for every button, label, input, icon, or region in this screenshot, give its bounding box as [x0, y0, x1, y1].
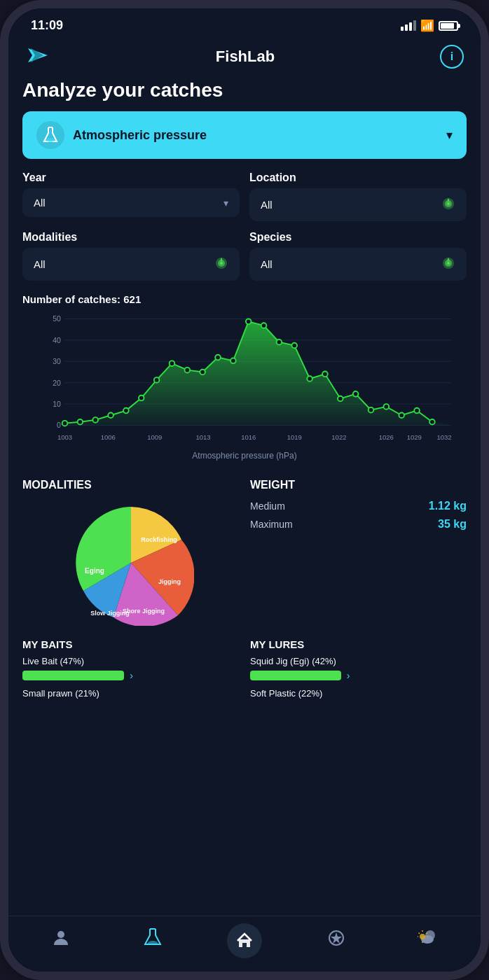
svg-text:30: 30 [53, 358, 61, 365]
signal-icon [401, 20, 416, 31]
svg-text:1032: 1032 [436, 433, 451, 441]
baits-title: MY BAITS [22, 638, 239, 650]
svg-point-38 [261, 323, 267, 328]
lure-bar-row-1: › [250, 670, 467, 681]
species-filter-icon [441, 256, 455, 272]
dropdown-left: Atmospheric pressure [36, 121, 207, 149]
status-icons: 📶 [401, 19, 458, 32]
nav-item-lab[interactable] [107, 927, 199, 953]
stats-row: MODALITIES [22, 479, 467, 626]
svg-point-48 [414, 408, 420, 414]
lure-label-1: Squid Jig (Egi) (42%) [250, 656, 467, 666]
chart-x-label: Atmospheric pressure (hPa) [22, 451, 467, 461]
home-button[interactable] [227, 923, 262, 958]
dropdown-chevron-icon: ▾ [446, 127, 453, 143]
medium-label: Medium [250, 500, 285, 512]
nav-item-weather[interactable] [382, 928, 474, 953]
svg-text:10: 10 [53, 400, 61, 408]
svg-text:Eging: Eging [85, 567, 104, 575]
species-filter-group: Species All [249, 231, 467, 281]
bottom-nav [8, 916, 481, 972]
bait-arrow-1[interactable]: › [130, 670, 133, 681]
awards-icon [326, 928, 346, 953]
phone-screen: 11:09 📶 Fi [8, 8, 481, 972]
bait-item-1: Live Bait (47%) › [22, 656, 239, 681]
profile-icon [51, 928, 71, 953]
location-filter-group: Location All [249, 172, 467, 221]
year-filter-group: Year All ▾ [22, 172, 240, 221]
svg-point-47 [399, 412, 404, 418]
dropdown-label: Atmospheric pressure [73, 128, 207, 143]
lab-icon [143, 927, 163, 953]
svg-text:Slow Jigging: Slow Jigging [90, 610, 130, 617]
species-value: All [261, 258, 273, 270]
svg-text:1016: 1016 [241, 433, 256, 441]
nav-item-awards[interactable] [290, 928, 382, 953]
weight-title: WEIGHT [250, 479, 467, 491]
modalities-select[interactable]: All [22, 248, 240, 281]
svg-text:1003: 1003 [57, 433, 72, 441]
lure-item-1: Squid Jig (Egi) (42%) › [250, 656, 467, 681]
svg-point-65 [57, 931, 64, 938]
svg-point-42 [322, 372, 328, 377]
bait-item-2: Small prawn (21%) [22, 688, 239, 699]
analysis-type-dropdown[interactable]: Atmospheric pressure ▾ [22, 111, 467, 159]
svg-text:1026: 1026 [379, 433, 394, 441]
bait-label-1: Live Bait (47%) [22, 656, 239, 666]
lures-section: MY LURES Squid Jig (Egi) (42%) › Soft Pl… [250, 638, 467, 706]
year-select[interactable]: All ▾ [22, 188, 240, 217]
svg-point-27 [92, 417, 98, 423]
svg-point-5 [447, 202, 450, 205]
location-label: Location [249, 172, 467, 184]
baits-lures-row: MY BAITS Live Bait (47%) › Small prawn (… [22, 638, 467, 720]
location-filter-icon [441, 197, 455, 213]
svg-point-35 [215, 355, 221, 360]
svg-text:1019: 1019 [287, 433, 302, 441]
svg-point-32 [170, 360, 175, 366]
svg-text:40: 40 [53, 337, 61, 344]
baits-section: MY BAITS Live Bait (47%) › Small prawn (… [22, 638, 239, 706]
lure-arrow-1[interactable]: › [347, 670, 350, 681]
svg-point-46 [384, 404, 390, 410]
battery-icon [439, 21, 458, 31]
maximum-value: 35 kg [438, 518, 467, 531]
chart-svg: 50 40 30 20 10 0 [22, 312, 467, 445]
year-chevron-icon: ▾ [223, 197, 228, 209]
weight-section: WEIGHT Medium 1.12 kg Maximum 35 kg [250, 479, 467, 626]
svg-text:1022: 1022 [331, 433, 346, 441]
svg-point-49 [429, 419, 435, 425]
wifi-icon: 📶 [420, 19, 434, 32]
medium-value: 1.12 kg [429, 500, 467, 512]
svg-text:1029: 1029 [407, 433, 422, 441]
svg-point-66 [148, 941, 158, 945]
svg-point-37 [246, 319, 252, 325]
bait-label-2: Small prawn (21%) [22, 688, 239, 699]
status-time: 11:09 [31, 18, 63, 33]
info-button[interactable]: i [440, 45, 464, 69]
maximum-weight-row: Maximum 35 kg [250, 518, 467, 531]
svg-point-31 [154, 377, 160, 383]
pie-chart: Rockfishing Jigging Shore Jigging Slow J… [68, 500, 194, 626]
svg-point-25 [62, 421, 68, 426]
phone-frame: 11:09 📶 Fi [0, 0, 489, 980]
app-header: FishLab i [8, 38, 481, 79]
svg-point-34 [200, 370, 205, 375]
species-select[interactable]: All [249, 248, 467, 281]
location-select[interactable]: All [249, 188, 467, 221]
svg-text:50: 50 [53, 315, 61, 323]
svg-point-29 [123, 408, 129, 414]
svg-point-26 [78, 419, 83, 425]
svg-point-8 [220, 262, 223, 265]
maximum-label: Maximum [250, 519, 293, 530]
nav-item-home[interactable] [199, 923, 291, 958]
species-label: Species [249, 231, 467, 244]
chart-container: 50 40 30 20 10 0 [22, 312, 467, 466]
modalities-filter-group: Modalities All [22, 231, 240, 281]
svg-text:Jigging: Jigging [158, 578, 181, 585]
svg-point-43 [338, 396, 343, 402]
flask-icon [36, 121, 64, 149]
svg-text:0: 0 [57, 421, 61, 429]
status-bar: 11:09 📶 [8, 8, 481, 38]
svg-point-45 [369, 407, 374, 413]
nav-item-profile[interactable] [15, 928, 107, 953]
